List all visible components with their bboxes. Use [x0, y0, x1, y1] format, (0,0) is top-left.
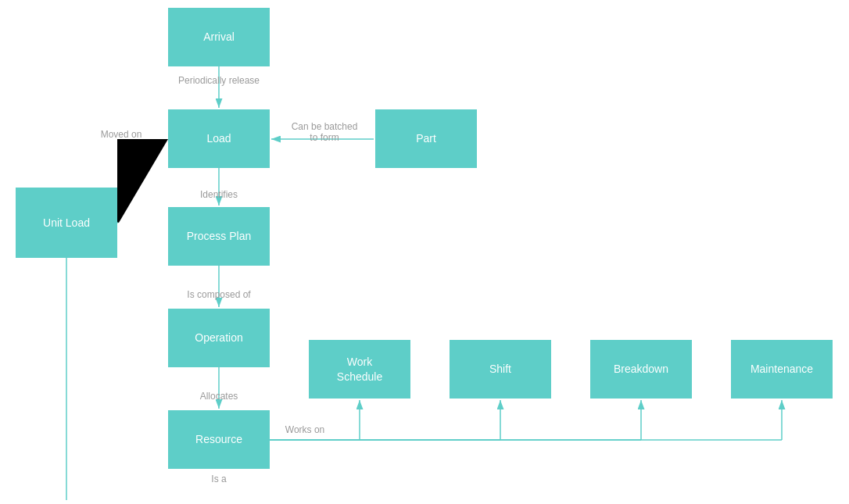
- arrival-node: Arrival: [168, 8, 270, 66]
- label-periodically-release: Periodically release: [168, 75, 270, 86]
- maintenance-node: Maintenance: [731, 340, 833, 399]
- label-can-be-batched: Can be batched to form: [278, 121, 371, 143]
- diagram-container: Arrival Load Part Unit Load Process Plan…: [0, 0, 849, 504]
- unit-load-node: Unit Load: [16, 188, 117, 258]
- process-plan-node: Process Plan: [168, 207, 270, 266]
- arrows-svg: [0, 0, 849, 504]
- label-allocates: Allocates: [168, 391, 270, 402]
- label-is-a: Is a: [168, 474, 270, 484]
- label-identifies: Identifies: [168, 189, 270, 200]
- label-is-composed-of: Is composed of: [168, 289, 270, 300]
- shift-node: Shift: [450, 340, 551, 399]
- operation-node: Operation: [168, 309, 270, 367]
- label-works-on: Works on: [274, 424, 336, 435]
- part-node: Part: [375, 109, 477, 168]
- load-node: Load: [168, 109, 270, 168]
- breakdown-node: Breakdown: [590, 340, 692, 399]
- label-moved-on: Moved on: [78, 129, 164, 140]
- work-schedule-node: Work Schedule: [309, 340, 410, 399]
- resource-node: Resource: [168, 410, 270, 469]
